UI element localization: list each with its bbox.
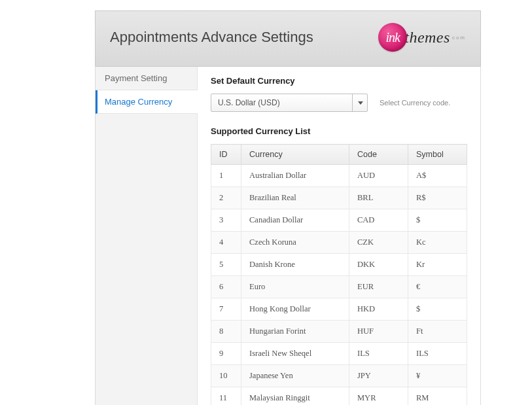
cell-code: CAD <box>349 209 408 232</box>
currency-table: ID Currency Code Symbol 1Australian Doll… <box>211 144 467 405</box>
cell-id: 7 <box>211 298 241 321</box>
cell-currency: Hong Kong Dollar <box>241 298 349 321</box>
cell-id: 5 <box>211 254 241 276</box>
col-header-code: Code <box>349 145 408 165</box>
cell-currency: Danish Krone <box>241 254 349 276</box>
cell-currency: Euro <box>241 276 349 298</box>
cell-currency: Brazilian Real <box>241 187 349 209</box>
sidebar-item-payment-setting[interactable]: Payment Setting <box>96 67 197 90</box>
logo-circle-icon: ink <box>378 23 407 52</box>
cell-code: ILS <box>349 343 408 365</box>
cell-code: CZK <box>349 232 408 254</box>
cell-currency: Israeli New Sheqel <box>241 343 349 365</box>
section-title-default-currency: Set Default Currency <box>211 76 467 86</box>
currency-select-helper: Select Currency code. <box>380 99 450 107</box>
table-row: 3Canadian DollarCAD$ <box>211 209 467 232</box>
table-row: 7Hong Kong DollarHKD$ <box>211 298 467 321</box>
page-title: Appointments Advance Settings <box>110 29 313 46</box>
cell-symbol: $ <box>408 209 467 232</box>
cell-id: 4 <box>211 232 241 254</box>
cell-currency: Japanese Yen <box>241 365 349 387</box>
cell-currency: Czech Koruna <box>241 232 349 254</box>
logo-text: themes <box>404 29 450 46</box>
table-row: 10Japanese YenJPY¥ <box>211 365 467 387</box>
cell-id: 10 <box>211 365 241 387</box>
cell-id: 3 <box>211 209 241 232</box>
table-row: 6EuroEUR€ <box>211 276 467 298</box>
section-title-supported-list: Supported Currency List <box>211 126 467 136</box>
cell-symbol: A$ <box>408 165 467 187</box>
cell-currency: Australian Dollar <box>241 165 349 187</box>
brand-logo: ink themes com <box>378 23 466 52</box>
sidebar: Payment SettingManage Currency <box>96 67 198 405</box>
cell-id: 11 <box>211 387 241 406</box>
table-row: 4Czech KorunaCZKKc <box>211 232 467 254</box>
currency-select[interactable]: U.S. Dollar (USD) <box>211 94 368 112</box>
col-header-id: ID <box>211 145 241 165</box>
sidebar-item-manage-currency[interactable]: Manage Currency <box>96 90 198 114</box>
cell-symbol: ILS <box>408 343 467 365</box>
table-row: 2Brazilian RealBRLR$ <box>211 187 467 209</box>
table-row: 5Danish KroneDKKKr <box>211 254 467 276</box>
col-header-symbol: Symbol <box>408 145 467 165</box>
cell-code: MYR <box>349 387 408 406</box>
table-row: 11Malaysian RinggitMYRRM <box>211 387 467 406</box>
cell-currency: Hungarian Forint <box>241 321 349 343</box>
table-header-row: ID Currency Code Symbol <box>211 145 467 165</box>
table-row: 1Australian DollarAUDA$ <box>211 165 467 187</box>
cell-symbol: RM <box>408 387 467 406</box>
cell-code: AUD <box>349 165 408 187</box>
cell-id: 2 <box>211 187 241 209</box>
cell-symbol: R$ <box>408 187 467 209</box>
cell-id: 6 <box>211 276 241 298</box>
cell-id: 1 <box>211 165 241 187</box>
cell-symbol: € <box>408 276 467 298</box>
main-content: Set Default Currency U.S. Dollar (USD) S… <box>198 67 480 405</box>
table-row: 8Hungarian ForintHUFFt <box>211 321 467 343</box>
cell-symbol: Kr <box>408 254 467 276</box>
cell-symbol: Ft <box>408 321 467 343</box>
cell-code: DKK <box>349 254 408 276</box>
cell-code: HUF <box>349 321 408 343</box>
cell-code: HKD <box>349 298 408 321</box>
cell-currency: Canadian Dollar <box>241 209 349 232</box>
col-header-currency: Currency <box>241 145 349 165</box>
page-header: Appointments Advance Settings ink themes… <box>95 10 481 66</box>
table-row: 9Israeli New SheqelILSILS <box>211 343 467 365</box>
cell-code: EUR <box>349 276 408 298</box>
cell-id: 9 <box>211 343 241 365</box>
cell-id: 8 <box>211 321 241 343</box>
cell-code: JPY <box>349 365 408 387</box>
cell-symbol: ¥ <box>408 365 467 387</box>
cell-code: BRL <box>349 187 408 209</box>
cell-symbol: Kc <box>408 232 467 254</box>
logo-suffix: com <box>452 35 466 41</box>
cell-currency: Malaysian Ringgit <box>241 387 349 406</box>
currency-select-value[interactable]: U.S. Dollar (USD) <box>211 94 368 112</box>
cell-symbol: $ <box>408 298 467 321</box>
